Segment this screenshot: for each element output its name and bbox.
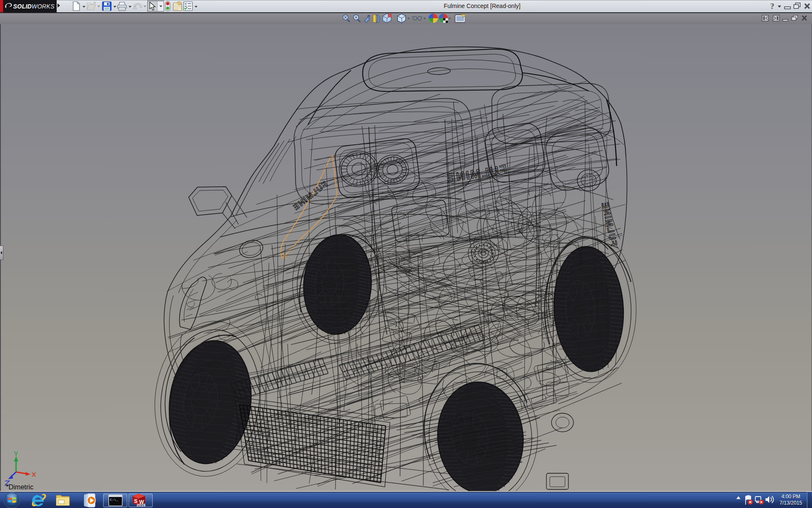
svg-text:2015: 2015 <box>137 502 146 507</box>
svg-text:FULMINE: FULMINE <box>600 201 619 247</box>
svg-text:C:\_: C:\_ <box>110 498 118 502</box>
svg-text:?: ? <box>770 2 774 11</box>
